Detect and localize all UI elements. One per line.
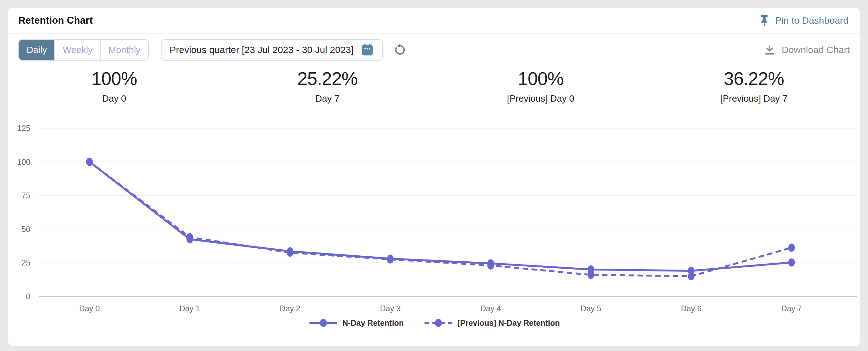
legend-label: [Previous] N-Day Retention xyxy=(457,318,560,328)
y-tick-label: 125 xyxy=(17,124,30,133)
legend-item-current[interactable]: N-Day Retention xyxy=(308,318,404,328)
retention-report-page: { "header": { "title": "Retention Chart"… xyxy=(0,0,868,351)
y-tick-label: 50 xyxy=(22,225,30,234)
data-point[interactable] xyxy=(788,244,795,252)
data-point[interactable] xyxy=(86,158,93,166)
retention-line-chart[interactable]: 0255075100125Day 0Day 1Day 2Day 3Day 4Da… xyxy=(0,0,868,351)
x-tick-label: Day 7 xyxy=(781,304,802,313)
x-tick-label: Day 2 xyxy=(280,304,300,313)
data-point[interactable] xyxy=(186,235,193,243)
data-point[interactable] xyxy=(387,255,394,263)
series-line-solid xyxy=(89,162,792,271)
legend-label: N-Day Retention xyxy=(342,318,404,328)
data-point[interactable] xyxy=(488,259,494,268)
chart-legend: N-Day Retention [Previous] N-Day Retenti… xyxy=(0,318,868,328)
y-tick-label: 75 xyxy=(22,191,30,200)
data-point[interactable] xyxy=(287,247,293,255)
y-tick-label: 25 xyxy=(22,258,30,267)
x-tick-label: Day 3 xyxy=(380,304,401,313)
data-point[interactable] xyxy=(788,258,795,267)
series-line-dashed xyxy=(89,162,792,276)
legend-item-previous[interactable]: [Previous] N-Day Retention xyxy=(423,318,560,328)
solid-line-swatch-icon xyxy=(308,318,339,328)
x-tick-label: Day 5 xyxy=(581,304,601,313)
data-point[interactable] xyxy=(688,267,694,275)
y-tick-label: 100 xyxy=(17,157,30,166)
dashed-line-swatch-icon xyxy=(423,318,454,328)
x-tick-label: Day 6 xyxy=(681,304,702,313)
data-point[interactable] xyxy=(588,266,594,274)
y-tick-label: 0 xyxy=(26,292,30,301)
x-tick-label: Day 0 xyxy=(79,304,99,313)
x-tick-label: Day 4 xyxy=(480,304,501,313)
x-tick-label: Day 1 xyxy=(180,304,200,313)
